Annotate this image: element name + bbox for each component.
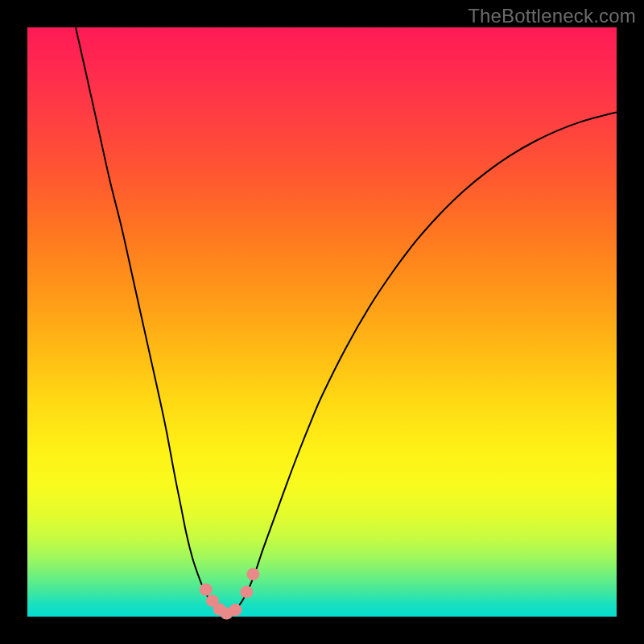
plot-area: [27, 27, 617, 617]
chart-svg: [27, 27, 617, 617]
marker-5: [240, 586, 253, 598]
curve-right-branch: [228, 112, 617, 613]
curve-left-branch: [76, 27, 228, 613]
marker-6: [246, 568, 259, 580]
chart-frame: TheBottleneck.com: [0, 0, 644, 644]
watermark-text: TheBottleneck.com: [468, 5, 636, 27]
marker-0: [200, 584, 213, 596]
marker-4: [229, 604, 242, 616]
